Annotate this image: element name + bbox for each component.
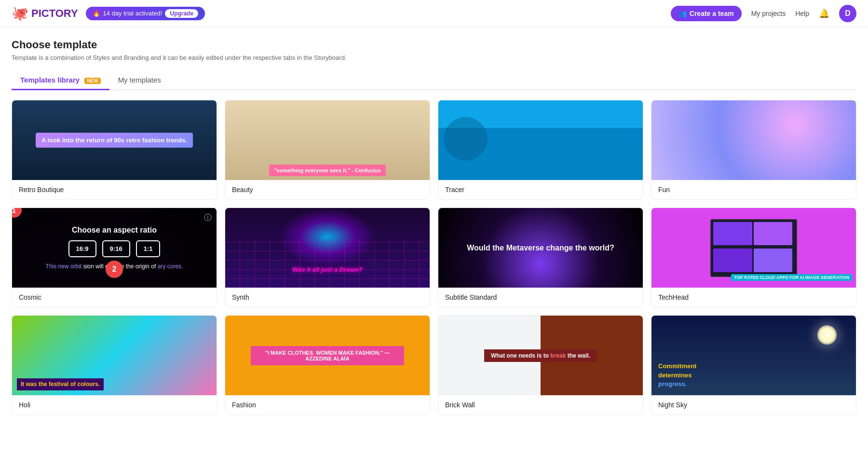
template-name-holi: Holi xyxy=(12,395,217,415)
tab-my-templates[interactable]: My templates xyxy=(109,71,170,90)
thumbnail-synth: Was it all just a Dream? xyxy=(225,208,430,288)
techhead-thumb-4 xyxy=(754,249,793,272)
team-icon: 👥 xyxy=(678,10,687,17)
aspect-btn-9-16[interactable]: 9:16 xyxy=(102,240,130,257)
metaverse-bg: Would the Metaverse change the world? xyxy=(438,208,643,288)
synth-text: Was it all just a Dream? xyxy=(292,266,363,273)
template-name-night: Night Sky xyxy=(651,395,856,415)
techhead-thumb-3 xyxy=(713,249,752,272)
thumbnail-fun xyxy=(651,100,856,180)
holi-bg: It was the festival of colours. xyxy=(12,316,217,395)
template-name-subtitle-standard: Subtitle Standard xyxy=(438,288,643,307)
template-name-synth: Synth xyxy=(225,288,430,307)
page-content: Choose template Template is a combinatio… xyxy=(0,27,868,425)
my-templates-label: My templates xyxy=(118,76,161,84)
template-card-retro-boutique[interactable]: A look into the return of 90s retro fash… xyxy=(12,100,217,200)
header-left: 🐙 PICTORY 🔥 14 day trial activated! Upgr… xyxy=(12,5,205,21)
template-card-holi[interactable]: It was the festival of colours. Holi xyxy=(12,315,217,415)
template-card-tracer[interactable]: Tracer xyxy=(438,100,643,200)
fire-icon: 🔥 xyxy=(93,10,100,17)
template-card-fun[interactable]: Fun xyxy=(651,100,856,200)
page-subtitle: Template is a combination of Styles and … xyxy=(12,54,856,61)
template-name-brick: Brick Wall xyxy=(438,395,643,415)
techhead-thumb-1 xyxy=(713,222,752,246)
tabs-container: Templates library NEW My templates xyxy=(12,71,856,90)
fashion-bg: "I MAKE CLOTHES. WOMEN MAKE FASHION." — … xyxy=(225,316,430,395)
logo-text: PICTORY xyxy=(31,7,78,20)
create-team-label: Create a team xyxy=(690,10,734,17)
aspect-btn-1-1[interactable]: 1:1 xyxy=(136,240,161,257)
template-grid: A look into the return of 90s retro fash… xyxy=(12,90,856,425)
fashion-quote-text: "I MAKE CLOTHES. WOMEN MAKE FASHION." — … xyxy=(251,346,404,365)
thumbnail-beauty: "something everyone sees it." - Confuciu… xyxy=(225,100,430,180)
template-name-techhead: TechHead xyxy=(651,288,856,307)
help-link[interactable]: Help xyxy=(795,10,809,17)
svg-point-2 xyxy=(444,117,487,160)
template-name-tracer: Tracer xyxy=(438,180,643,199)
brick-bg: What one needs is to break the wall. xyxy=(438,316,643,395)
step-2-badge: 2 xyxy=(106,261,123,278)
brick-text: What one needs is to break the wall. xyxy=(484,349,597,362)
retro-thumb-text: A look into the return of 90s retro fash… xyxy=(36,133,193,148)
template-name-cosmic: Cosmic xyxy=(12,288,217,307)
fun-bg xyxy=(651,100,856,180)
template-name-retro-boutique: Retro Boutique xyxy=(12,180,217,199)
techhead-label: TOP RATED CLOUD APPS FOR AI IMAGE GENERA… xyxy=(731,274,852,281)
thumbnail-subtitle-standard: Would the Metaverse change the world? xyxy=(438,208,643,288)
template-card-fashion[interactable]: "I MAKE CLOTHES. WOMEN MAKE FASHION." — … xyxy=(225,315,430,415)
thumbnail-holi: It was the festival of colours. xyxy=(12,316,217,395)
thumbnail-night: Commitment determines progress. xyxy=(651,316,856,395)
thumbnail-techhead: TOP RATED CLOUD APPS FOR AI IMAGE GENERA… xyxy=(651,208,856,288)
template-name-fashion: Fashion xyxy=(225,395,430,415)
aspect-ratio-title: Choose an aspect ratio xyxy=(72,226,157,235)
avatar[interactable]: D xyxy=(839,5,856,22)
template-card-cosmic[interactable]: 1 Choose an aspect ratio 16:9 9:16 1:1 T… xyxy=(12,208,217,307)
logo-icon: 🐙 xyxy=(12,5,28,21)
template-card-synth[interactable]: Was it all just a Dream? Synth xyxy=(225,208,430,307)
template-card-night[interactable]: Commitment determines progress. Night Sk… xyxy=(651,315,856,415)
header-right: 👥 Create a team My projects Help 🔔 D xyxy=(671,5,856,22)
thumbnail-tracer xyxy=(438,100,643,180)
my-projects-link[interactable]: My projects xyxy=(751,10,786,17)
night-text: Commitment determines progress. xyxy=(658,362,696,388)
trial-badge: 🔥 14 day trial activated! Upgrade xyxy=(86,7,205,20)
trial-text: 14 day trial activated! xyxy=(103,10,163,17)
beauty-thumb-text: "something everyone sees it." - Confuciu… xyxy=(269,165,385,176)
upgrade-button[interactable]: Upgrade xyxy=(165,9,198,18)
synth-bg: Was it all just a Dream? xyxy=(225,208,430,288)
template-card-brick[interactable]: What one needs is to break the wall. Bri… xyxy=(438,315,643,415)
notification-bell-icon[interactable]: 🔔 xyxy=(819,8,829,19)
night-bg: Commitment determines progress. xyxy=(651,316,856,395)
tab-templates-library[interactable]: Templates library NEW xyxy=(12,71,109,90)
template-name-fun: Fun xyxy=(651,180,856,199)
header: 🐙 PICTORY 🔥 14 day trial activated! Upgr… xyxy=(0,0,868,27)
techhead-monitor xyxy=(710,219,797,277)
aspect-btn-16-9[interactable]: 16:9 xyxy=(68,240,96,257)
logo[interactable]: 🐙 PICTORY xyxy=(12,5,78,21)
page-title: Choose template xyxy=(12,39,856,51)
techhead-bg: TOP RATED CLOUD APPS FOR AI IMAGE GENERA… xyxy=(651,208,856,288)
techhead-thumb-2 xyxy=(754,222,793,246)
template-card-subtitle-standard[interactable]: Would the Metaverse change the world? Su… xyxy=(438,208,643,307)
template-name-beauty: Beauty xyxy=(225,180,430,199)
moon-decoration xyxy=(817,325,837,345)
thumbnail-retro-boutique: A look into the return of 90s retro fash… xyxy=(12,100,217,180)
info-icon[interactable]: ⓘ xyxy=(204,213,212,223)
holi-text: It was the festival of colours. xyxy=(17,378,104,390)
create-team-button[interactable]: 👥 Create a team xyxy=(671,6,742,21)
template-card-techhead[interactable]: TOP RATED CLOUD APPS FOR AI IMAGE GENERA… xyxy=(651,208,856,307)
thumbnail-fashion: "I MAKE CLOTHES. WOMEN MAKE FASHION." — … xyxy=(225,316,430,395)
tracer-bg xyxy=(438,100,643,180)
template-card-beauty[interactable]: "something everyone sees it." - Confuciu… xyxy=(225,100,430,200)
new-badge: NEW xyxy=(84,78,100,84)
aspect-ratio-options: 16:9 9:16 1:1 xyxy=(68,240,161,257)
synth-grid xyxy=(225,240,430,288)
templates-library-label: Templates library xyxy=(20,76,80,84)
metaverse-text: Would the Metaverse change the world? xyxy=(457,244,624,252)
thumbnail-brick: What one needs is to break the wall. xyxy=(438,316,643,395)
